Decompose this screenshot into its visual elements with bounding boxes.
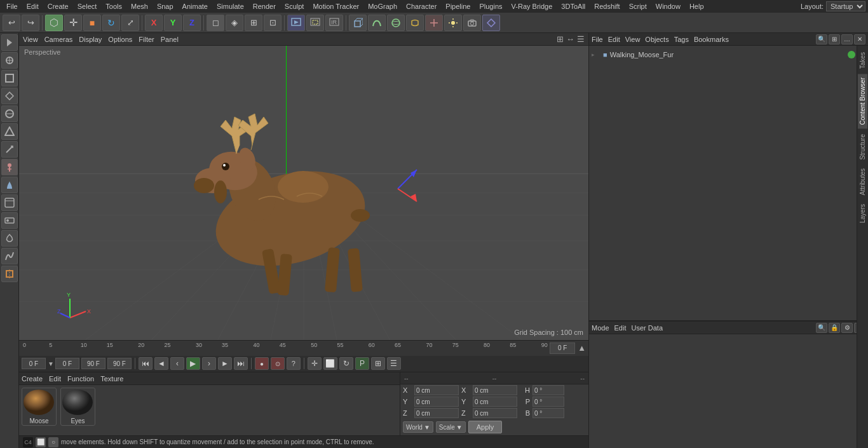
menu-3dtall[interactable]: 3DToAll xyxy=(557,1,589,11)
coord-z-pos[interactable] xyxy=(414,408,459,418)
record-auto-button[interactable]: ⊙ xyxy=(271,357,285,370)
menu-redshift[interactable]: Redshift xyxy=(590,1,623,11)
attr-menu-edit[interactable]: Edit xyxy=(614,324,627,332)
timeline-end-frame-2[interactable] xyxy=(107,358,132,369)
menu-vray[interactable]: V-Ray Bridge xyxy=(508,1,557,11)
motion-mode-button[interactable]: ⊡ xyxy=(264,15,281,31)
light-button[interactable] xyxy=(444,15,462,31)
left-tool-13[interactable] xyxy=(1,248,18,264)
obj-menu-file[interactable]: File xyxy=(592,36,603,43)
go-to-start-button[interactable]: ⏮ xyxy=(139,357,153,370)
menu-animate[interactable]: Animate xyxy=(179,1,212,11)
coord-world-dropdown[interactable]: World ▼ xyxy=(403,421,433,433)
timeline-frame-display[interactable] xyxy=(550,343,575,354)
menu-render[interactable]: Render xyxy=(249,1,280,11)
go-to-end-button[interactable]: ⏭ xyxy=(234,357,248,370)
menu-character[interactable]: Character xyxy=(402,1,440,11)
menu-window[interactable]: Window xyxy=(652,1,684,11)
apply-button[interactable]: Apply xyxy=(468,421,503,433)
side-tab-structure[interactable]: Structure xyxy=(858,130,867,164)
attr-menu-userdata[interactable]: User Data xyxy=(632,324,663,332)
attr-settings-btn[interactable]: ⚙ xyxy=(841,323,853,333)
timeline-tool-2[interactable]: ⬜ xyxy=(323,357,337,370)
effector-button[interactable] xyxy=(425,15,443,31)
timeline-tool-1[interactable]: ✛ xyxy=(308,357,322,370)
object-mode-button[interactable]: ◈ xyxy=(226,15,243,31)
obj-search-icon[interactable]: 🔍 xyxy=(816,34,827,44)
scale-tool-button[interactable]: ■ xyxy=(83,15,101,31)
cube-button[interactable] xyxy=(349,15,367,31)
left-tool-8[interactable] xyxy=(1,159,18,175)
side-tab-layers[interactable]: Layers xyxy=(858,200,867,227)
viewport[interactable]: Perspective Grid Spacing : 100 cm X Y Z xyxy=(19,46,588,340)
next-frame-button[interactable]: ► xyxy=(218,357,232,370)
axis-z-button[interactable]: Z xyxy=(183,15,201,31)
obj-close-icon[interactable]: ✕ xyxy=(854,34,865,44)
left-tool-7[interactable] xyxy=(1,141,18,158)
timeline-current-frame[interactable]: 0 F xyxy=(55,358,79,369)
timeline-tool-4[interactable]: P xyxy=(355,357,369,370)
left-tool-3[interactable] xyxy=(1,70,18,86)
select-tool-button[interactable]: ⬡ xyxy=(45,15,63,31)
object-row-moose[interactable]: ▸ ■ Walking_Moose_Fur xyxy=(592,48,865,61)
menu-plugins[interactable]: Plugins xyxy=(475,1,506,11)
axis-x-button[interactable]: X xyxy=(145,15,163,31)
menu-help[interactable]: Help xyxy=(686,1,708,11)
menu-script[interactable]: Script xyxy=(625,1,651,11)
redo-button[interactable]: ↪ xyxy=(22,15,39,31)
obj-more-icon[interactable]: … xyxy=(841,34,853,44)
side-tab-takes[interactable]: Takes xyxy=(858,48,867,72)
coord-z-size[interactable] xyxy=(473,408,517,418)
left-tool-14[interactable] xyxy=(1,266,18,282)
menu-edit[interactable]: Edit xyxy=(23,1,43,11)
render-region-button[interactable] xyxy=(306,15,324,31)
side-tab-attributes[interactable]: Attributes xyxy=(858,165,867,199)
menu-file[interactable]: File xyxy=(3,1,22,11)
menu-simulate[interactable]: Simulate xyxy=(213,1,248,11)
free-transform-button[interactable]: ⤢ xyxy=(121,15,139,31)
coord-p-rot[interactable] xyxy=(532,397,564,407)
viewport-menu-options[interactable]: Options xyxy=(108,36,132,43)
left-tool-9[interactable] xyxy=(1,177,18,193)
menu-motion-tracker[interactable]: Motion Tracker xyxy=(309,1,363,11)
left-tool-2[interactable] xyxy=(1,52,18,69)
menu-sculpt[interactable]: Sculpt xyxy=(281,1,308,11)
attr-menu-mode[interactable]: Mode xyxy=(592,324,609,332)
move-tool-button[interactable]: ✛ xyxy=(64,15,82,31)
timeline-tool-3[interactable]: ↻ xyxy=(339,357,353,370)
obj-menu-tags[interactable]: Tags xyxy=(674,36,689,43)
viewport-menu-filter[interactable]: Filter xyxy=(139,36,154,43)
menu-snap[interactable]: Snap xyxy=(153,1,177,11)
menu-mograph[interactable]: MoGraph xyxy=(364,1,401,11)
viewport-menu-view[interactable]: View xyxy=(23,36,38,43)
menu-tools[interactable]: Tools xyxy=(102,1,126,11)
layout-select[interactable]: Startup xyxy=(826,1,865,11)
timeline-tool-5[interactable]: ⊞ xyxy=(371,357,385,370)
coord-x-pos[interactable] xyxy=(414,385,459,395)
material-eyes[interactable]: Eyes xyxy=(60,388,95,426)
viewport-icon-camera[interactable]: ↔ xyxy=(566,34,574,44)
coord-b-rot[interactable] xyxy=(532,408,564,418)
coord-y-pos[interactable] xyxy=(414,397,459,407)
coord-scale-dropdown[interactable]: Scale ▼ xyxy=(436,421,466,433)
timeline-arrow-dn[interactable]: ▼ xyxy=(48,360,54,367)
material-moose[interactable]: Moose xyxy=(22,388,57,426)
viewport-menu-cameras[interactable]: Cameras xyxy=(44,36,73,43)
left-tool-5[interactable] xyxy=(1,105,18,122)
menu-select[interactable]: Select xyxy=(74,1,101,11)
obj-menu-view[interactable]: View xyxy=(625,36,641,43)
coord-y-size[interactable] xyxy=(473,397,517,407)
obj-visibility-dot-1[interactable] xyxy=(848,51,855,58)
timeline-end-frame-1[interactable] xyxy=(81,358,105,369)
render-interactive-button[interactable]: IR xyxy=(325,15,343,31)
play-button[interactable]: ▶ xyxy=(186,357,200,370)
spline-button[interactable] xyxy=(368,15,386,31)
obj-menu-bookmarks[interactable]: Bookmarks xyxy=(694,36,729,43)
viewport-icon-settings[interactable]: ☰ xyxy=(577,34,585,44)
axis-y-button[interactable]: Y xyxy=(164,15,182,31)
deformer-button[interactable] xyxy=(406,15,424,31)
left-tool-10[interactable] xyxy=(1,194,18,211)
camera-button[interactable] xyxy=(463,15,481,31)
left-tool-12[interactable] xyxy=(1,230,18,247)
left-tool-11[interactable] xyxy=(1,212,18,229)
